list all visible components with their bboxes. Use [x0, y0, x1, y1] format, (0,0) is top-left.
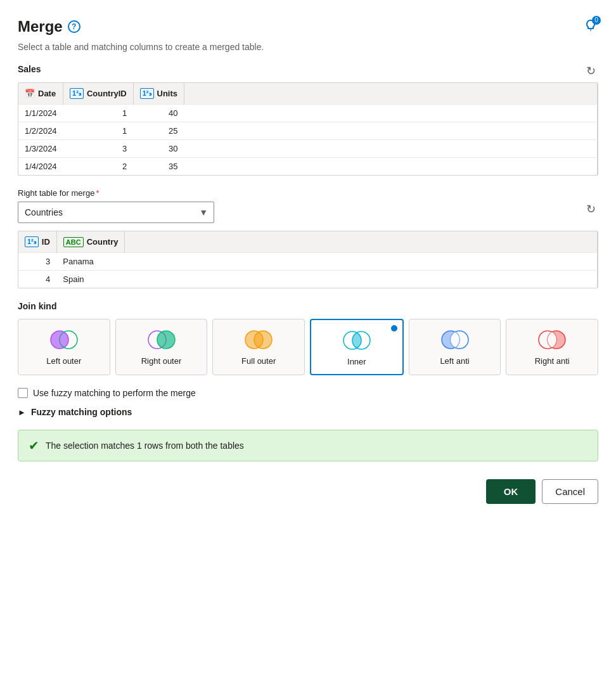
inner-icon [340, 329, 373, 352]
cell-id-2: 4 [18, 271, 56, 288]
join-card-right-anti[interactable]: Right anti [506, 319, 598, 375]
table-row: 1/3/2024 3 30 [18, 140, 598, 158]
cell-empty-2 [184, 122, 598, 140]
bulb-icon-wrap[interactable]: 0 [583, 18, 598, 35]
cell-empty-c2 [125, 271, 598, 288]
ok-button[interactable]: OK [486, 479, 536, 504]
svg-point-5 [157, 331, 175, 349]
bulb-badge: 0 [592, 16, 601, 25]
fuzzy-checkbox-label: Use fuzzy matching to perform the merge [33, 388, 196, 398]
cell-empty-c1 [125, 253, 598, 271]
header-row: Merge ? 0 [18, 18, 598, 35]
table-row: 1/4/2024 2 35 [18, 158, 598, 176]
join-card-full-outer-label: Full outer [241, 356, 276, 366]
svg-point-2 [51, 331, 68, 349]
join-card-right-outer-label: Right outer [141, 356, 182, 366]
join-card-left-anti-label: Left anti [440, 356, 469, 366]
sales-table-header: 📅 Date 1²₃ CountryID 1²₃ Units [18, 83, 598, 105]
cell-date-2: 1/2/2024 [18, 122, 63, 140]
cell-units-4: 35 [133, 158, 184, 176]
join-card-left-outer[interactable]: Left outer [18, 319, 110, 375]
col-units: 1²₃ Units [133, 83, 184, 105]
join-card-left-anti[interactable]: Left anti [409, 319, 501, 375]
top-table-container: 📅 Date 1²₃ CountryID 1²₃ Units [18, 82, 598, 176]
fuzzy-options-label: Fuzzy matching options [31, 407, 132, 417]
cell-units-1: 40 [133, 105, 184, 122]
num-icon-id: 1²₃ [25, 236, 39, 247]
num-icon-units: 1²₃ [140, 88, 154, 99]
abc-icon-country: ABC [63, 237, 84, 247]
cell-units-2: 25 [133, 122, 184, 140]
top-table-name: Sales [18, 64, 41, 74]
cell-country-1: Panama [56, 253, 125, 271]
cancel-button[interactable]: Cancel [542, 479, 598, 504]
countries-table-body: 3 Panama 4 Spain [18, 253, 598, 288]
left-anti-icon [439, 328, 472, 351]
table-row: 1/1/2024 1 40 [18, 105, 598, 122]
top-table-section: Sales ↻ 📅 Date 1²₃ CountryID [18, 63, 598, 176]
countries-table-container: 1²₃ ID ABC Country 3 Pa [18, 231, 598, 288]
chevron-right-icon: ► [18, 408, 26, 417]
cell-cid-1: 1 [63, 105, 134, 122]
left-outer-icon [48, 328, 80, 351]
right-table-select-row: Countries Sales ▼ ↻ [18, 202, 598, 231]
status-message: The selection matches 1 rows from both t… [46, 441, 244, 451]
status-banner: ✔ The selection matches 1 rows from both… [18, 430, 598, 461]
cell-units-3: 30 [133, 140, 184, 158]
col-empty-countries [125, 231, 598, 253]
fuzzy-checkbox[interactable] [18, 388, 28, 398]
join-kind-section: Join kind Left outer Right outer [18, 301, 598, 375]
top-table-header-row: Sales ↻ [18, 63, 598, 79]
cell-cid-2: 1 [63, 122, 134, 140]
top-table-refresh-icon[interactable]: ↻ [583, 63, 598, 79]
col-empty [184, 83, 598, 105]
right-outer-icon [145, 328, 178, 351]
join-card-left-outer-label: Left outer [46, 356, 81, 366]
cell-date-4: 1/4/2024 [18, 158, 63, 176]
selected-dot [390, 324, 399, 333]
join-card-full-outer[interactable]: Full outer [212, 319, 305, 375]
help-icon[interactable]: ? [68, 20, 80, 33]
join-card-inner[interactable]: Inner [310, 319, 404, 375]
join-kind-label: Join kind [18, 301, 598, 311]
join-card-right-anti-label: Right anti [535, 356, 570, 366]
cell-cid-4: 2 [63, 158, 134, 176]
cal-icon: 📅 [25, 89, 35, 98]
cell-empty-1 [184, 105, 598, 122]
num-icon-countryid: 1²₃ [70, 88, 84, 99]
required-star: * [96, 188, 99, 198]
cell-country-2: Spain [56, 271, 125, 288]
title-group: Merge ? [18, 18, 80, 35]
page-title: Merge [18, 18, 63, 35]
status-check-icon: ✔ [29, 438, 39, 453]
subtitle: Select a table and matching columns to c… [18, 42, 598, 52]
cell-date-1: 1/1/2024 [18, 105, 63, 122]
right-table-refresh-icon[interactable]: ↻ [583, 202, 598, 217]
table-row: 3 Panama [18, 253, 598, 271]
full-outer-icon [242, 328, 275, 351]
right-table-label: Right table for merge* [18, 188, 598, 198]
fuzzy-options-row[interactable]: ► Fuzzy matching options [18, 407, 598, 417]
join-card-right-outer[interactable]: Right outer [115, 319, 208, 375]
table-row: 1/2/2024 1 25 [18, 122, 598, 140]
join-card-inner-label: Inner [347, 357, 366, 366]
cell-empty-3 [184, 140, 598, 158]
right-table-dropdown[interactable]: Countries Sales [18, 202, 214, 223]
cell-date-3: 1/3/2024 [18, 140, 63, 158]
fuzzy-checkbox-row: Use fuzzy matching to perform the merge [18, 388, 598, 398]
cell-id-1: 3 [18, 253, 56, 271]
col-id: 1²₃ ID [18, 231, 56, 253]
countries-table-header: 1²₃ ID ABC Country [18, 231, 598, 253]
sales-table-body: 1/1/2024 1 40 1/2/2024 1 25 1/3/2024 3 3… [18, 105, 598, 176]
col-countryid: 1²₃ CountryID [63, 83, 134, 105]
svg-point-7 [254, 331, 272, 349]
cell-empty-4 [184, 158, 598, 176]
col-date: 📅 Date [18, 83, 63, 105]
footer-buttons: OK Cancel [18, 479, 598, 504]
right-anti-icon [536, 328, 568, 351]
right-table-dropdown-wrap: Countries Sales ▼ [18, 202, 214, 223]
countries-table: 1²₃ ID ABC Country 3 Pa [18, 231, 598, 288]
col-country: ABC Country [56, 231, 125, 253]
join-options-container: Left outer Right outer Full outer [18, 319, 598, 375]
sales-table: 📅 Date 1²₃ CountryID 1²₃ Units [18, 83, 598, 175]
